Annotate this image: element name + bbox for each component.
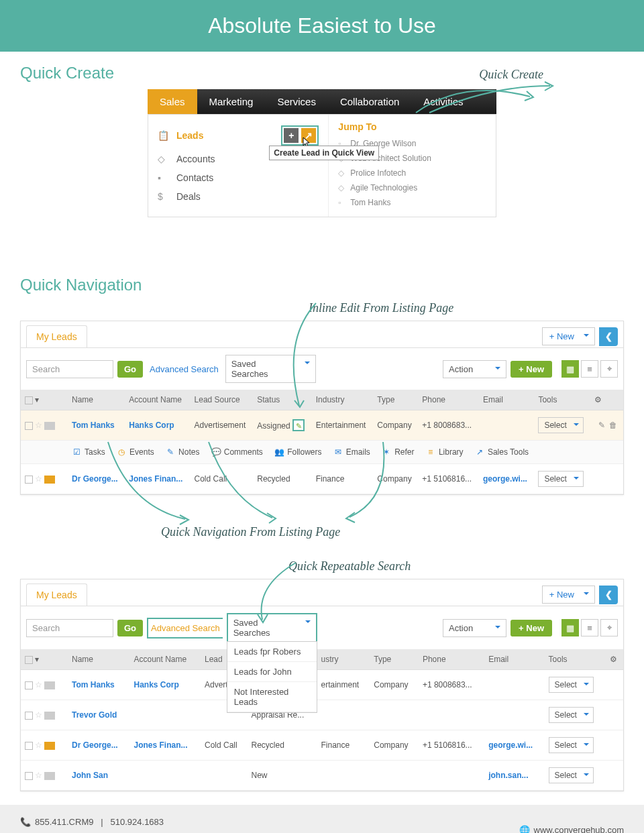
star-icon[interactable]: ☆ <box>35 740 42 750</box>
view-list-icon[interactable]: ≡ <box>581 360 598 378</box>
saved-search-item[interactable]: Leads fpr Robers <box>227 642 317 662</box>
gear-icon[interactable]: ⚙ <box>610 655 617 664</box>
star-icon[interactable]: ☆ <box>35 474 42 484</box>
lead-name-link[interactable]: Dr George... <box>68 464 125 494</box>
menu-item-contacts[interactable]: ▪Contacts <box>158 168 319 187</box>
account-link[interactable]: Hanks Corp <box>129 670 200 700</box>
select-dropdown[interactable]: Select <box>549 677 594 693</box>
checkbox[interactable] <box>25 742 33 750</box>
table-row[interactable]: ☆ Dr George... Jones Finan... Cold Call … <box>21 730 623 761</box>
checkbox[interactable] <box>25 772 33 780</box>
search-input[interactable]: Search <box>26 619 113 637</box>
view-map-icon[interactable]: ⌖ <box>600 360 618 378</box>
jump-item[interactable]: ◇Agile Technologies <box>338 180 486 195</box>
inline-edit-icon[interactable]: ✎ <box>292 419 305 431</box>
panel-tab-myleads[interactable]: My Leads <box>26 325 87 347</box>
section-quick-navigation: Quick Navigation <box>20 276 644 294</box>
lead-name-link[interactable]: Tom Hanks <box>68 670 129 700</box>
star-icon[interactable]: ☆ <box>35 680 42 689</box>
table-row[interactable]: ☆ Trevor Gold Appraisal Re... Select <box>21 700 623 730</box>
view-grid-icon[interactable]: ▦ <box>561 360 579 378</box>
jump-item[interactable]: ▫Tom Hanks <box>338 195 486 210</box>
lead-name-link[interactable]: Dr George... <box>68 730 129 761</box>
select-dropdown[interactable]: Select <box>549 767 594 783</box>
nav-tab-marketing[interactable]: Marketing <box>197 89 266 114</box>
action-dropdown[interactable]: Action <box>443 619 506 637</box>
advanced-search-link[interactable]: Advanced Search <box>147 364 221 374</box>
table-row[interactable]: ☆ Dr George... Jones Finan... Cold Call … <box>21 464 623 494</box>
edit-icon[interactable]: ✎ <box>598 421 605 430</box>
gear-icon[interactable]: ⚙ <box>594 395 602 404</box>
view-grid-icon[interactable]: ▦ <box>561 619 579 636</box>
nav-tab-sales[interactable]: Sales <box>148 89 197 114</box>
saved-searches-dropdown[interactable]: Saved Searches <box>225 355 316 383</box>
panel-tab-myleads[interactable]: My Leads <box>26 584 87 606</box>
account-link[interactable]: Jones Finan... <box>129 730 200 761</box>
sub-emails[interactable]: ✉Emails <box>333 447 370 457</box>
table-row[interactable]: ☆ Tom Hanks Hanks Corp Advert ertainment… <box>21 670 623 700</box>
action-dropdown[interactable]: Action <box>443 360 506 378</box>
lead-name-link[interactable]: John San <box>68 761 129 791</box>
lead-name-link[interactable]: Tom Hanks <box>68 410 125 441</box>
sub-events[interactable]: ◷Events <box>117 447 154 457</box>
nav-tab-collaboration[interactable]: Collaboration <box>328 89 411 114</box>
dollar-icon: $ <box>158 191 171 202</box>
table-header-row: ▾ Name Account Name Lead ustry Type Phon… <box>21 649 623 670</box>
checkbox[interactable] <box>25 712 33 720</box>
view-list-icon[interactable]: ≡ <box>581 619 598 636</box>
star-icon[interactable]: ☆ <box>35 421 42 430</box>
select-dropdown[interactable]: Select <box>538 417 583 433</box>
flag-icon <box>44 772 55 780</box>
sub-refer[interactable]: ✶Refer <box>382 447 414 457</box>
checkbox[interactable] <box>25 396 33 404</box>
checkbox[interactable] <box>25 656 33 664</box>
account-link[interactable]: Hanks Corp <box>125 410 190 441</box>
sub-salestools[interactable]: ↗Sales Tools <box>475 447 529 457</box>
star-icon[interactable]: ☆ <box>35 710 42 720</box>
sub-followers[interactable]: 👥Followers <box>274 447 321 457</box>
quick-plus-icon[interactable]: + <box>284 128 299 143</box>
menu-item-deals[interactable]: $Deals <box>158 187 319 206</box>
checkbox[interactable] <box>25 422 33 430</box>
saved-searches-dropdown[interactable]: Saved Searches Leads fpr Robers Leads fo… <box>227 613 317 643</box>
collapse-button[interactable]: ❮ <box>599 586 618 604</box>
select-dropdown[interactable]: Select <box>549 737 594 753</box>
email-link[interactable]: john.san... <box>484 761 544 791</box>
flag-icon <box>44 681 55 689</box>
go-button[interactable]: Go <box>117 361 143 378</box>
nav-tab-activities[interactable]: Activities <box>411 89 475 114</box>
email-link[interactable]: george.wi... <box>484 730 544 761</box>
sub-comments[interactable]: 💬Comments <box>211 447 263 457</box>
delete-icon[interactable]: 🗑 <box>609 421 617 430</box>
page-banner: Absolute Easiest to Use <box>0 0 644 52</box>
checkbox[interactable] <box>25 681 33 689</box>
menu-item-leads[interactable]: 📋 Leads + ↗ Create Lead in Quick View <box>158 121 319 150</box>
lead-name-link[interactable]: Trevor Gold <box>68 700 129 730</box>
email-link[interactable]: george.wi... <box>479 464 534 494</box>
table-row[interactable]: ☆ John San New john.san... Select <box>21 761 623 791</box>
nav-tab-services[interactable]: Services <box>265 89 328 114</box>
jump-item[interactable]: ◇Prolice Infotech <box>338 166 486 180</box>
sub-tasks[interactable]: ☑Tasks <box>72 447 105 457</box>
checkbox[interactable] <box>25 476 33 484</box>
new-dropdown[interactable]: + New <box>542 586 595 604</box>
collapse-button[interactable]: ❮ <box>599 327 618 346</box>
go-button[interactable]: Go <box>117 620 143 636</box>
advanced-search-link[interactable]: Advanced Search <box>147 618 223 638</box>
sub-library[interactable]: ≡Library <box>426 447 464 457</box>
leads-panel-2: My Leads + New ❮ Search Go Advanced Sear… <box>20 579 624 791</box>
new-button[interactable]: + New <box>511 620 552 636</box>
phone-icon: 📞 <box>20 817 31 827</box>
sub-notes[interactable]: ✎Notes <box>166 447 199 457</box>
account-link[interactable]: Jones Finan... <box>125 464 190 494</box>
search-input[interactable]: Search <box>26 360 113 378</box>
saved-search-item[interactable]: Not Interested Leads <box>227 682 317 712</box>
table-row[interactable]: ☆ Tom Hanks Hanks Corp Advertisement Ass… <box>21 410 623 441</box>
saved-search-item[interactable]: Leads for John <box>227 662 317 682</box>
view-map-icon[interactable]: ⌖ <box>600 619 618 636</box>
new-dropdown[interactable]: + New <box>542 327 595 345</box>
star-icon[interactable]: ☆ <box>35 771 42 780</box>
new-button[interactable]: + New <box>511 361 552 378</box>
select-dropdown[interactable]: Select <box>538 471 583 487</box>
select-dropdown[interactable]: Select <box>549 707 594 723</box>
